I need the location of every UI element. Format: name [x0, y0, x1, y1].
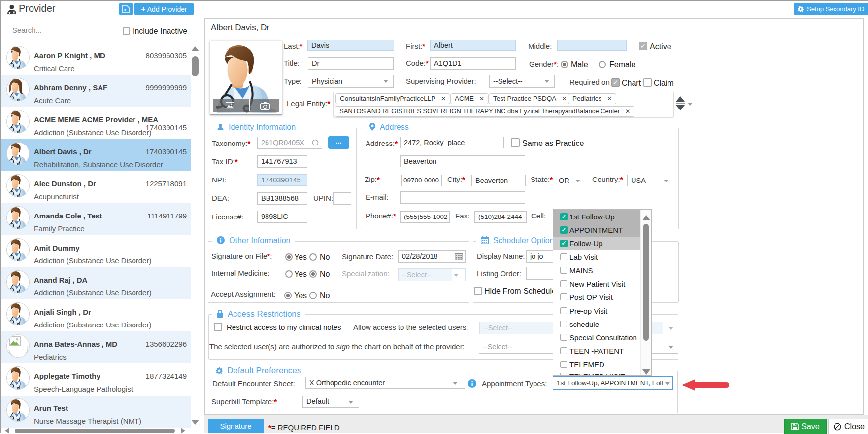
svg-text:x: x [124, 7, 127, 12]
